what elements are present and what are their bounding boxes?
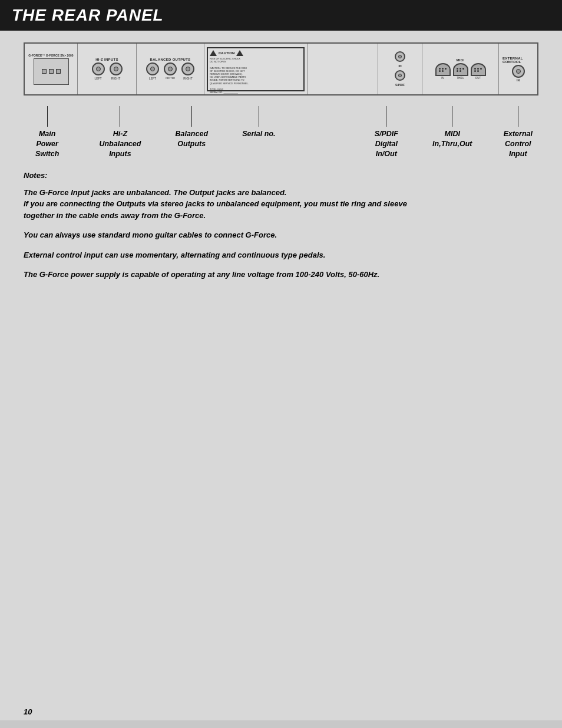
label-spdif: S/PDIFDigitalIn/Out	[375, 106, 398, 159]
label-power: MainPowerSwitch	[35, 106, 59, 159]
panel-diagram: G-FORCE™ G-FORCE SN> 2000 HI-Z INPUTS LE…	[24, 42, 538, 95]
balanced-line	[191, 106, 192, 127]
balanced-jack-labels: LEFT CENTER RIGHT	[146, 77, 194, 80]
balanced-jack-left	[146, 62, 159, 75]
note-paragraph-1: The G-Force Input jacks are unbalanced. …	[24, 187, 538, 222]
ext-label-text: ExternalControlInput	[504, 129, 533, 159]
midi-label-text: MIDIIn,Thru,Out	[432, 129, 472, 149]
hiz-left-label: LEFT	[92, 77, 105, 80]
spdif-in-label: IN	[399, 64, 402, 68]
power-label-text: MainPowerSwitch	[35, 129, 59, 159]
hiz-jacks	[92, 62, 123, 75]
spdif-out-label: S/PDIF	[395, 83, 405, 87]
ext-jack	[512, 65, 525, 78]
label-midi: MIDIIn,Thru,Out	[432, 106, 472, 159]
caution-text: RISK OF ELECTRIC SHOCK DO NOT OPEN CAUTI…	[210, 57, 302, 94]
hiz-right-label: RIGHT	[110, 77, 123, 80]
hiz-label: HI-Z INPUTS	[95, 58, 118, 61]
spdif-out-jack	[395, 70, 405, 81]
midi-connectors: IN THRU OUT	[435, 63, 486, 80]
panel-spacer	[308, 44, 378, 94]
note-paragraph-2: You can always use standard mono guitar …	[24, 229, 538, 241]
midi-in-label: IN	[441, 77, 444, 80]
midi-out-label: OUT	[475, 77, 481, 80]
midi-section: MIDI IN THRU	[422, 44, 499, 94]
notes-section: Notes: The G-Force Input jacks are unbal…	[24, 171, 538, 281]
caution-header: CAUTION	[210, 50, 302, 56]
page-content: G-FORCE™ G-FORCE SN> 2000 HI-Z INPUTS LE…	[0, 31, 562, 720]
ext-in-label: IN	[517, 78, 520, 82]
power-section: G-FORCE™ G-FORCE SN> 2000	[25, 44, 78, 94]
caution-box: CAUTION RISK OF ELECTRIC SHOCK DO NOT OP…	[207, 47, 305, 91]
caution-triangle-right	[236, 50, 243, 56]
balanced-center-label: CENTER	[164, 77, 177, 80]
serial-line	[259, 106, 259, 127]
label-balanced: BalancedOutputs	[175, 106, 208, 159]
hiz-jack-left	[92, 62, 105, 75]
balanced-outputs-section: BALANCED OUTPUTS LEFT CENTER RIGHT	[137, 44, 204, 94]
spdif-section: IN S/PDIF	[378, 44, 422, 94]
midi-in-connector	[435, 63, 451, 76]
balanced-jack-right	[181, 62, 194, 75]
ext-line	[518, 106, 518, 127]
hiz-jack-labels: LEFT RIGHT	[92, 77, 123, 80]
spdif-in-jack	[395, 51, 405, 62]
power-box	[34, 58, 69, 85]
caution-triangle-left	[210, 50, 217, 56]
hiz-label-text: Hi-ZUnbalancedInputs	[99, 129, 141, 159]
balanced-right-label: RIGHT	[181, 77, 194, 80]
page-header: THE REAR PANEL	[0, 0, 562, 31]
midi-thru-label: THRU	[457, 77, 464, 80]
tc-electronic-logo: t.c. electronic	[267, 94, 302, 95]
power-line	[47, 106, 48, 127]
serial-label-text: Serial no.	[242, 129, 275, 139]
notes-title: Notes:	[24, 171, 538, 180]
balanced-label: BALANCED OUTPUTS	[150, 58, 191, 61]
midi-line	[452, 106, 452, 127]
hiz-line	[120, 106, 120, 127]
power-light-3	[56, 69, 61, 74]
label-serial: Serial no.	[242, 106, 275, 159]
spdif-label-text: S/PDIFDigitalIn/Out	[375, 129, 398, 159]
ext-label: EXTERNAL CONTROL	[503, 57, 534, 64]
midi-thru-connector	[453, 63, 468, 76]
spdif-line	[386, 106, 386, 127]
label-ext: ExternalControlInput	[504, 106, 533, 159]
hiz-inputs-section: HI-Z INPUTS LEFT RIGHT	[78, 44, 137, 94]
ext-control-section: EXTERNAL CONTROL IN	[499, 44, 537, 94]
midi-label: MIDI	[457, 58, 465, 62]
power-light	[42, 69, 47, 74]
label-hiz: Hi-ZUnbalancedInputs	[99, 106, 141, 159]
balanced-jack-center	[164, 62, 177, 75]
caution-section: CAUTION RISK OF ELECTRIC SHOCK DO NOT OP…	[204, 44, 308, 94]
page-title: THE REAR PANEL	[12, 6, 550, 25]
note-paragraph-3: External control input can use momentary…	[24, 249, 538, 261]
balanced-jacks	[146, 62, 194, 75]
note-paragraph-4: The G-Force power supply is capable of o…	[24, 269, 538, 281]
labels-container: MainPowerSwitch Hi-ZUnbalancedInputs Bal…	[24, 106, 538, 159]
page-number: 10	[24, 707, 32, 716]
balanced-left-label: LEFT	[146, 77, 159, 80]
caution-label: CAUTION	[219, 51, 234, 55]
midi-out-connector	[471, 63, 486, 76]
hiz-jack-right	[110, 62, 123, 75]
power-light-2	[49, 69, 54, 74]
balanced-label-text: BalancedOutputs	[175, 129, 208, 149]
